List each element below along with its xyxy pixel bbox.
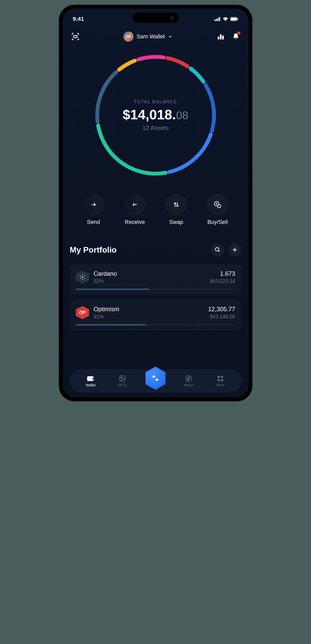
svg-point-27: [82, 276, 83, 278]
bar-chart-icon: [217, 33, 224, 40]
signal-icon: [215, 17, 221, 21]
coin-icon: [207, 194, 228, 215]
balance-amount: $14,018.08: [123, 107, 188, 122]
app-header: SW Sam Wallet: [63, 24, 249, 47]
svg-point-37: [121, 377, 122, 378]
portfolio-title: My Portfolio: [70, 245, 117, 255]
asset-quantity: 1.673: [210, 270, 235, 277]
svg-rect-2: [218, 18, 219, 21]
battery-icon: [230, 17, 238, 21]
svg-rect-8: [218, 37, 219, 39]
plus-icon: [232, 247, 238, 253]
notifications-button[interactable]: [231, 32, 240, 41]
nav-label: NFTs: [118, 383, 126, 387]
bottom-nav: Wallet NFTs Web3 More: [70, 369, 241, 392]
nav-web3[interactable]: Web3: [178, 374, 199, 387]
arrows-updown-icon: [166, 194, 187, 215]
scan-icon: [71, 32, 80, 41]
nav-label: Web3: [184, 383, 193, 387]
assets-count: 12 Assets: [123, 124, 188, 131]
svg-point-31: [82, 279, 83, 280]
add-button[interactable]: [228, 243, 241, 256]
notification-badge: [237, 31, 240, 35]
svg-point-30: [84, 278, 85, 279]
action-label: Swap: [169, 219, 183, 225]
search-icon: [215, 247, 221, 253]
svg-rect-0: [215, 20, 216, 21]
svg-rect-9: [220, 34, 221, 39]
asset-name: Optimism: [94, 306, 204, 313]
status-icons: [215, 17, 238, 21]
arrow-left-icon: [124, 194, 145, 215]
action-label: Buy/Sell: [207, 219, 228, 225]
search-button[interactable]: [211, 243, 224, 256]
asset-card-optimism[interactable]: OP Optimism 31% 12,305.77 $42,149.56: [70, 300, 241, 331]
asset-progress: [76, 324, 235, 325]
globe-icon: [185, 374, 193, 383]
svg-rect-39: [218, 376, 220, 378]
svg-rect-40: [221, 376, 223, 378]
svg-rect-7: [73, 36, 77, 38]
wallet-name: Sam Wallet: [137, 33, 165, 40]
svg-rect-42: [221, 379, 223, 381]
avatar: SW: [123, 31, 134, 42]
nav-nfts[interactable]: NFTs: [112, 374, 133, 387]
svg-rect-3: [219, 17, 220, 21]
balance-display: TOTAL BALANCE $14,018.08 12 Assets: [123, 99, 188, 131]
screen: 9:41 SW Sam Wallet: [63, 9, 249, 398]
buy-sell-action[interactable]: Buy/Sell: [207, 194, 228, 225]
svg-line-24: [218, 251, 220, 252]
asset-name: Cardano: [94, 270, 205, 277]
svg-rect-1: [216, 19, 217, 21]
dynamic-island: [133, 13, 178, 23]
svg-point-29: [84, 275, 85, 276]
svg-rect-6: [237, 18, 238, 20]
send-action[interactable]: Send: [83, 194, 104, 225]
asset-quantity: 12,305.77: [208, 306, 235, 313]
op-icon: OP: [76, 306, 89, 319]
svg-point-32: [80, 278, 81, 279]
balance-chart: TOTAL BALANCE $14,018.08 12 Assets: [63, 47, 249, 186]
image-icon: [118, 374, 126, 383]
nav-wallet[interactable]: Wallet: [80, 374, 101, 387]
phone-frame: 9:41 SW Sam Wallet: [59, 5, 252, 401]
nav-more[interactable]: More: [210, 374, 231, 387]
svg-point-23: [215, 247, 219, 251]
asset-usd: $42,149.56: [208, 314, 235, 320]
receive-action[interactable]: Receive: [124, 194, 145, 225]
actions-row: Send Receive Swap Buy/Sell: [63, 186, 249, 238]
asset-percent: 31%: [94, 314, 204, 320]
nav-label: Wallet: [86, 383, 95, 387]
asset-percent: 32%: [94, 278, 205, 284]
wallet-icon: [87, 374, 95, 383]
action-label: Receive: [125, 219, 145, 225]
asset-card-cardano[interactable]: Cardano 32% 1.673 $43,023.34: [70, 264, 241, 295]
balance-label: TOTAL BALANCE: [123, 99, 188, 105]
nav-label: More: [216, 383, 224, 387]
asset-progress: [76, 289, 235, 290]
svg-point-22: [218, 205, 221, 208]
svg-rect-41: [218, 379, 220, 381]
portfolio-header: My Portfolio: [70, 243, 241, 256]
svg-point-33: [80, 275, 81, 276]
wallet-selector[interactable]: SW Sam Wallet: [123, 31, 173, 42]
scan-button[interactable]: [71, 32, 80, 41]
asset-usd: $43,023.34: [210, 278, 235, 284]
portfolio-section: My Portfolio Cardano 32%: [63, 238, 249, 340]
svg-rect-5: [231, 18, 237, 20]
status-time: 9:41: [73, 16, 84, 22]
action-label: Send: [87, 219, 100, 225]
grid-icon: [216, 374, 224, 383]
stats-button[interactable]: [216, 32, 225, 41]
svg-rect-35: [92, 378, 94, 379]
svg-rect-10: [222, 36, 224, 39]
ada-icon: [76, 271, 89, 284]
wifi-icon: [223, 17, 228, 21]
arrow-right-icon: [83, 194, 104, 215]
swap-icon: [151, 374, 160, 383]
swap-action[interactable]: Swap: [166, 194, 187, 225]
nav-swap-center[interactable]: [144, 367, 167, 390]
svg-point-28: [82, 274, 83, 275]
chevron-down-icon: [168, 34, 172, 39]
